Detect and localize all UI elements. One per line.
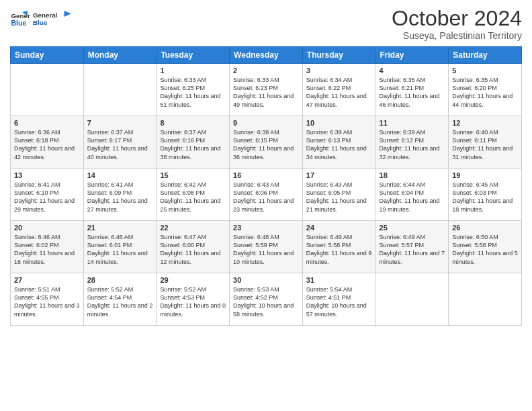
calendar-cell: 9Sunrise: 6:38 AM Sunset: 6:15 PM Daylig… — [230, 116, 303, 169]
calendar-cell: 6Sunrise: 6:36 AM Sunset: 6:18 PM Daylig… — [11, 116, 84, 169]
day-number: 31 — [306, 276, 372, 284]
col-saturday: Saturday — [449, 47, 522, 64]
day-number: 30 — [233, 276, 299, 284]
day-info: Sunrise: 6:43 AM Sunset: 6:06 PM Dayligh… — [233, 181, 299, 214]
calendar-cell: 22Sunrise: 6:47 AM Sunset: 6:00 PM Dayli… — [157, 221, 230, 273]
col-monday: Monday — [83, 47, 157, 64]
svg-text:Blue: Blue — [11, 19, 27, 27]
logo-svg: General Blue — [33, 7, 73, 31]
calendar-cell — [83, 64, 157, 116]
svg-marker-4 — [64, 11, 72, 17]
day-number: 28 — [87, 276, 153, 284]
calendar-cell: 8Sunrise: 6:37 AM Sunset: 6:16 PM Daylig… — [157, 116, 230, 169]
col-tuesday: Tuesday — [157, 47, 230, 64]
logo-icon: General Blue — [10, 9, 30, 29]
day-number: 11 — [380, 119, 445, 127]
calendar-cell: 19Sunrise: 6:45 AM Sunset: 6:03 PM Dayli… — [449, 169, 522, 221]
calendar-cell: 23Sunrise: 6:48 AM Sunset: 5:59 PM Dayli… — [230, 221, 303, 273]
day-number: 19 — [452, 171, 518, 179]
calendar-cell: 2Sunrise: 6:33 AM Sunset: 6:23 PM Daylig… — [230, 64, 303, 116]
calendar-cell: 31Sunrise: 5:54 AM Sunset: 4:51 PM Dayli… — [302, 273, 375, 326]
day-number: 18 — [380, 171, 445, 179]
page: General Blue General Blue October 2024 S… — [0, 0, 532, 411]
calendar: Sunday Monday Tuesday Wednesday Thursday… — [10, 46, 522, 326]
day-number: 22 — [160, 224, 226, 232]
day-number: 26 — [452, 224, 518, 232]
calendar-cell — [11, 64, 84, 116]
calendar-cell: 26Sunrise: 6:50 AM Sunset: 5:56 PM Dayli… — [449, 221, 522, 273]
day-number: 21 — [87, 224, 153, 232]
calendar-cell: 14Sunrise: 6:41 AM Sunset: 6:09 PM Dayli… — [83, 169, 157, 221]
calendar-cell: 18Sunrise: 6:44 AM Sunset: 6:04 PM Dayli… — [375, 169, 449, 221]
calendar-cell: 17Sunrise: 6:43 AM Sunset: 6:05 PM Dayli… — [302, 169, 375, 221]
day-number: 8 — [160, 119, 226, 127]
logo: General Blue General Blue — [10, 7, 73, 31]
day-number: 12 — [452, 119, 518, 127]
calendar-cell: 13Sunrise: 6:41 AM Sunset: 6:10 PM Dayli… — [11, 169, 84, 221]
day-info: Sunrise: 6:37 AM Sunset: 6:17 PM Dayligh… — [87, 128, 153, 161]
day-info: Sunrise: 6:42 AM Sunset: 6:08 PM Dayligh… — [160, 181, 226, 214]
calendar-cell: 7Sunrise: 6:37 AM Sunset: 6:17 PM Daylig… — [83, 116, 157, 169]
calendar-cell: 21Sunrise: 6:46 AM Sunset: 6:01 PM Dayli… — [83, 221, 157, 273]
day-number: 17 — [306, 171, 372, 179]
day-info: Sunrise: 6:50 AM Sunset: 5:56 PM Dayligh… — [452, 233, 518, 266]
day-info: Sunrise: 5:53 AM Sunset: 4:52 PM Dayligh… — [233, 285, 299, 318]
calendar-cell: 12Sunrise: 6:40 AM Sunset: 6:11 PM Dayli… — [449, 116, 522, 169]
calendar-cell: 11Sunrise: 6:39 AM Sunset: 6:12 PM Dayli… — [375, 116, 449, 169]
day-info: Sunrise: 6:48 AM Sunset: 5:59 PM Dayligh… — [233, 233, 299, 266]
day-number: 7 — [87, 119, 153, 127]
day-info: Sunrise: 6:41 AM Sunset: 6:09 PM Dayligh… — [87, 181, 153, 214]
calendar-cell: 5Sunrise: 6:35 AM Sunset: 6:20 PM Daylig… — [449, 64, 522, 116]
col-wednesday: Wednesday — [230, 47, 303, 64]
day-number: 5 — [452, 66, 518, 75]
day-info: Sunrise: 6:35 AM Sunset: 6:21 PM Dayligh… — [380, 76, 445, 109]
day-info: Sunrise: 6:38 AM Sunset: 6:15 PM Dayligh… — [233, 128, 299, 161]
svg-text:Blue: Blue — [33, 19, 48, 26]
day-info: Sunrise: 6:49 AM Sunset: 5:58 PM Dayligh… — [306, 233, 372, 266]
day-info: Sunrise: 6:40 AM Sunset: 6:11 PM Dayligh… — [452, 128, 518, 161]
calendar-cell — [449, 273, 522, 326]
day-number: 10 — [306, 119, 372, 127]
day-number: 27 — [14, 276, 80, 284]
day-number: 24 — [306, 224, 372, 232]
day-number: 3 — [306, 66, 372, 75]
day-number: 13 — [14, 171, 80, 179]
calendar-cell: 29Sunrise: 5:52 AM Sunset: 4:53 PM Dayli… — [157, 273, 230, 326]
day-info: Sunrise: 6:36 AM Sunset: 6:18 PM Dayligh… — [14, 128, 80, 161]
col-friday: Friday — [375, 47, 449, 64]
calendar-cell: 1Sunrise: 6:33 AM Sunset: 6:25 PM Daylig… — [157, 64, 230, 116]
day-info: Sunrise: 5:51 AM Sunset: 4:55 PM Dayligh… — [14, 285, 80, 318]
day-info: Sunrise: 6:43 AM Sunset: 6:05 PM Dayligh… — [306, 181, 372, 214]
calendar-cell: 15Sunrise: 6:42 AM Sunset: 6:08 PM Dayli… — [157, 169, 230, 221]
day-number: 20 — [14, 224, 80, 232]
week-row-4: 20Sunrise: 6:46 AM Sunset: 6:02 PM Dayli… — [11, 221, 522, 273]
header-row: Sunday Monday Tuesday Wednesday Thursday… — [11, 47, 522, 64]
week-row-1: 1Sunrise: 6:33 AM Sunset: 6:25 PM Daylig… — [11, 64, 522, 116]
day-info: Sunrise: 6:37 AM Sunset: 6:16 PM Dayligh… — [160, 128, 226, 161]
day-number: 14 — [87, 171, 153, 179]
day-number: 15 — [160, 171, 226, 179]
day-number: 9 — [233, 119, 299, 127]
calendar-cell: 4Sunrise: 6:35 AM Sunset: 6:21 PM Daylig… — [375, 64, 449, 116]
day-info: Sunrise: 6:49 AM Sunset: 5:57 PM Dayligh… — [380, 233, 445, 266]
day-info: Sunrise: 5:52 AM Sunset: 4:54 PM Dayligh… — [87, 285, 153, 318]
day-number: 16 — [233, 171, 299, 179]
day-number: 25 — [380, 224, 445, 232]
day-info: Sunrise: 5:54 AM Sunset: 4:51 PM Dayligh… — [306, 285, 372, 318]
day-info: Sunrise: 6:33 AM Sunset: 6:25 PM Dayligh… — [160, 76, 226, 109]
month-title: October 2024 — [392, 7, 522, 30]
week-row-5: 27Sunrise: 5:51 AM Sunset: 4:55 PM Dayli… — [11, 273, 522, 326]
day-number: 4 — [380, 66, 445, 75]
day-info: Sunrise: 6:47 AM Sunset: 6:00 PM Dayligh… — [160, 233, 226, 266]
day-number: 29 — [160, 276, 226, 284]
day-number: 2 — [233, 66, 299, 75]
header: General Blue General Blue October 2024 S… — [10, 7, 522, 41]
day-info: Sunrise: 6:35 AM Sunset: 6:20 PM Dayligh… — [452, 76, 518, 109]
day-number: 1 — [160, 66, 226, 75]
day-info: Sunrise: 6:46 AM Sunset: 6:02 PM Dayligh… — [14, 233, 80, 266]
day-info: Sunrise: 6:39 AM Sunset: 6:13 PM Dayligh… — [306, 128, 372, 161]
calendar-cell: 3Sunrise: 6:34 AM Sunset: 6:22 PM Daylig… — [302, 64, 375, 116]
day-info: Sunrise: 6:44 AM Sunset: 6:04 PM Dayligh… — [380, 181, 445, 214]
calendar-cell: 16Sunrise: 6:43 AM Sunset: 6:06 PM Dayli… — [230, 169, 303, 221]
week-row-2: 6Sunrise: 6:36 AM Sunset: 6:18 PM Daylig… — [11, 116, 522, 169]
